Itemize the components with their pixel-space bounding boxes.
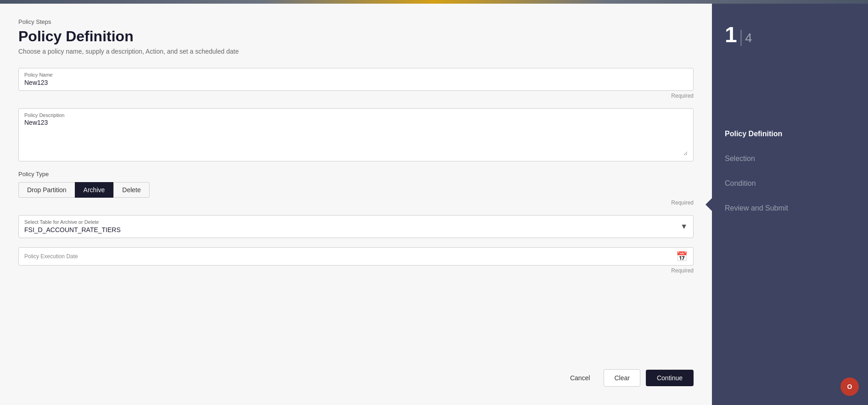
policy-description-input[interactable]: New123 bbox=[24, 119, 688, 155]
policy-type-section: Policy Type Drop Partition Archive Delet… bbox=[18, 171, 694, 206]
policy-execution-date-required: Required bbox=[18, 267, 694, 274]
policy-name-group: Policy Name Required bbox=[18, 68, 694, 99]
select-arrow-icon: ▼ bbox=[680, 222, 688, 231]
policy-execution-date-label: Policy Execution Date bbox=[24, 253, 675, 260]
continue-button[interactable]: Continue bbox=[646, 370, 694, 386]
cancel-button[interactable]: Cancel bbox=[562, 370, 599, 386]
policy-execution-date-group: Policy Execution Date 📅 Required bbox=[18, 247, 694, 274]
policy-name-input[interactable] bbox=[24, 79, 688, 86]
bottom-actions: Cancel Clear Continue bbox=[562, 369, 694, 387]
step-current: 1 bbox=[725, 22, 737, 47]
select-table-group: Select Table for Archive or Delete FSI_D… bbox=[18, 215, 694, 238]
sidebar-arrow bbox=[706, 198, 712, 211]
policy-name-input-wrapper[interactable]: Policy Name bbox=[18, 68, 694, 91]
policy-steps-label: Policy Steps bbox=[18, 18, 694, 25]
step-total: 4 bbox=[745, 31, 752, 45]
policy-description-input-wrapper[interactable]: Policy Description New123 bbox=[18, 108, 694, 161]
oracle-logo: O bbox=[840, 377, 859, 396]
sidebar-nav: Policy Definition Selection Condition Re… bbox=[712, 130, 868, 212]
step-counter: 1 | 4 bbox=[712, 13, 868, 47]
archive-button[interactable]: Archive bbox=[75, 182, 114, 198]
sidebar-item-selection[interactable]: Selection bbox=[725, 155, 855, 163]
policy-name-label: Policy Name bbox=[24, 72, 688, 78]
sidebar: 1 | 4 Policy Definition Selection Condit… bbox=[712, 4, 868, 405]
calendar-icon: 📅 bbox=[676, 251, 688, 262]
main-container: Policy Steps Policy Definition Choose a … bbox=[0, 4, 868, 405]
drop-partition-button[interactable]: Drop Partition bbox=[18, 182, 75, 198]
page-subtitle: Choose a policy name, supply a descripti… bbox=[18, 48, 694, 55]
select-table-value: FSI_D_ACCOUNT_RATE_TIERS bbox=[24, 226, 121, 233]
policy-type-required: Required bbox=[18, 200, 694, 206]
policy-execution-date-wrapper[interactable]: Policy Execution Date 📅 bbox=[18, 247, 694, 266]
policy-description-group: Policy Description New123 bbox=[18, 108, 694, 161]
top-bar bbox=[0, 0, 868, 4]
delete-button[interactable]: Delete bbox=[113, 182, 149, 198]
policy-description-label: Policy Description bbox=[24, 112, 688, 118]
policy-name-required: Required bbox=[18, 93, 694, 99]
select-table-wrapper[interactable]: Select Table for Archive or Delete FSI_D… bbox=[18, 215, 694, 238]
policy-type-label: Policy Type bbox=[18, 171, 694, 178]
content-area: Policy Steps Policy Definition Choose a … bbox=[0, 4, 712, 405]
policy-type-buttons: Drop Partition Archive Delete bbox=[18, 182, 694, 198]
clear-button[interactable]: Clear bbox=[604, 369, 640, 387]
sidebar-item-condition[interactable]: Condition bbox=[725, 179, 855, 188]
select-table-label: Select Table for Archive or Delete bbox=[24, 219, 675, 225]
step-divider: | bbox=[739, 27, 743, 46]
sidebar-item-policy-definition[interactable]: Policy Definition bbox=[725, 130, 855, 138]
page-title: Policy Definition bbox=[18, 28, 694, 45]
sidebar-item-review-submit[interactable]: Review and Submit bbox=[725, 204, 855, 212]
